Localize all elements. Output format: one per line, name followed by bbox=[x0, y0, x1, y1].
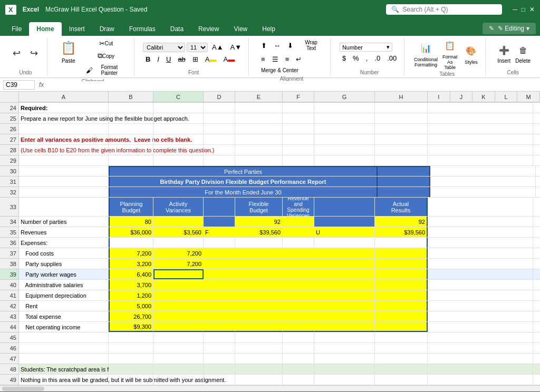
cell-d43[interactable] bbox=[204, 311, 235, 321]
close-icon[interactable]: ✕ bbox=[529, 6, 535, 13]
cell-d44[interactable] bbox=[204, 322, 235, 332]
cell-c41[interactable] bbox=[153, 290, 204, 300]
cell-c44[interactable] bbox=[153, 322, 204, 332]
cell-d38[interactable] bbox=[204, 259, 235, 269]
cell-a36[interactable]: Expenses: bbox=[19, 238, 109, 248]
cell-f34[interactable] bbox=[283, 217, 314, 227]
delete-button[interactable]: 🗑 bbox=[515, 43, 531, 58]
cell-h29[interactable] bbox=[375, 155, 428, 165]
cell-e35[interactable]: $39,560 bbox=[235, 227, 283, 237]
cell-h33[interactable]: Actual Results bbox=[375, 198, 428, 216]
cell-h26[interactable] bbox=[375, 124, 428, 134]
tab-formulas[interactable]: Formulas bbox=[122, 22, 163, 36]
cell-i31[interactable] bbox=[430, 177, 536, 187]
cell-i32[interactable] bbox=[430, 187, 536, 197]
cell-e33[interactable]: Flexible Budget bbox=[235, 198, 283, 216]
cell-i37[interactable] bbox=[428, 248, 533, 258]
cell-a30[interactable] bbox=[19, 166, 109, 176]
row-num-29[interactable]: 29 bbox=[0, 155, 18, 166]
cell-a31[interactable] bbox=[19, 177, 109, 187]
cell-d39[interactable] bbox=[204, 269, 235, 279]
cell-c29[interactable] bbox=[153, 155, 204, 165]
row-num-25[interactable]: 25 bbox=[0, 113, 18, 124]
strikethrough-button[interactable]: ab bbox=[175, 54, 188, 65]
horizontal-scrollbar[interactable] bbox=[0, 385, 540, 391]
cell-i49[interactable] bbox=[428, 375, 533, 385]
formula-input[interactable] bbox=[48, 81, 537, 89]
cell-g36[interactable] bbox=[314, 238, 375, 248]
row-num-45[interactable]: 45 bbox=[0, 332, 18, 343]
cell-b25[interactable] bbox=[109, 113, 153, 123]
cell-d49[interactable] bbox=[204, 375, 235, 385]
cell-c28[interactable] bbox=[153, 145, 204, 155]
align-center-button[interactable]: ☰ bbox=[269, 54, 281, 65]
row-num-34[interactable]: 34 bbox=[0, 217, 18, 227]
row-num-43[interactable]: 43 bbox=[0, 311, 18, 322]
cell-h35[interactable]: $39,560 bbox=[375, 227, 428, 237]
cell-g44[interactable] bbox=[314, 322, 375, 332]
cell-b37[interactable]: 7,200 bbox=[109, 248, 153, 258]
cell-e34[interactable]: 92 bbox=[235, 217, 283, 227]
cell-e42[interactable] bbox=[235, 301, 283, 311]
cell-d28[interactable] bbox=[204, 145, 235, 155]
align-left-button[interactable]: ≡ bbox=[258, 54, 268, 65]
tab-file[interactable]: File bbox=[4, 22, 29, 36]
cell-i44[interactable] bbox=[428, 322, 533, 332]
cell-a48[interactable]: Students: The scratchpad area is for you… bbox=[19, 364, 109, 374]
cell-g27[interactable] bbox=[314, 134, 375, 144]
cell-a35[interactable]: Revenues bbox=[19, 227, 109, 237]
cell-e45[interactable] bbox=[235, 332, 283, 342]
cell-h39[interactable] bbox=[375, 269, 428, 279]
cell-g25[interactable] bbox=[314, 113, 375, 123]
cell-b33[interactable]: Planning Budget bbox=[109, 198, 153, 216]
cell-e40[interactable] bbox=[235, 280, 283, 290]
tab-help[interactable]: Help bbox=[255, 22, 283, 36]
cell-i43[interactable] bbox=[428, 311, 533, 321]
cell-a38[interactable]: Party supplies bbox=[19, 259, 109, 269]
cell-b44[interactable]: $9,300 bbox=[109, 322, 153, 332]
indent-button[interactable]: ↵ bbox=[293, 54, 304, 65]
row-num-49[interactable]: 49 bbox=[0, 375, 18, 385]
cell-b24[interactable] bbox=[109, 103, 153, 113]
row-num-42[interactable]: 42 bbox=[0, 301, 18, 311]
cell-c46[interactable] bbox=[153, 343, 204, 353]
cell-c27[interactable] bbox=[153, 134, 204, 144]
cell-reference-box[interactable] bbox=[3, 80, 35, 90]
cell-h40[interactable] bbox=[375, 280, 428, 290]
cell-b42[interactable]: 5,000 bbox=[109, 301, 153, 311]
cell-d46[interactable] bbox=[204, 343, 235, 353]
cell-b27[interactable] bbox=[109, 134, 153, 144]
cell-g37[interactable] bbox=[314, 248, 375, 258]
cell-g49[interactable] bbox=[314, 375, 375, 385]
cell-h44[interactable] bbox=[375, 322, 428, 332]
cell-f42[interactable] bbox=[283, 301, 314, 311]
cell-h46[interactable] bbox=[375, 343, 428, 353]
cell-h36[interactable] bbox=[375, 238, 428, 248]
cell-a43[interactable]: Total expense bbox=[19, 311, 109, 321]
cell-g39[interactable] bbox=[314, 269, 375, 279]
cell-f48[interactable] bbox=[283, 364, 314, 374]
cell-h25[interactable] bbox=[375, 113, 428, 123]
cell-b45[interactable] bbox=[109, 332, 153, 342]
cell-c24[interactable] bbox=[153, 103, 204, 113]
undo-button[interactable]: ↩ bbox=[9, 45, 24, 62]
cell-a26[interactable] bbox=[19, 124, 109, 134]
cell-f40[interactable] bbox=[283, 280, 314, 290]
align-bottom-button[interactable]: ⬇ bbox=[285, 40, 296, 51]
cell-g42[interactable] bbox=[314, 301, 375, 311]
cell-d36[interactable] bbox=[204, 238, 235, 248]
cell-f39[interactable] bbox=[283, 269, 314, 279]
cell-f45[interactable] bbox=[283, 332, 314, 342]
cell-g29[interactable] bbox=[314, 155, 375, 165]
cell-c37[interactable]: 7,200 bbox=[153, 248, 204, 258]
cell-a27[interactable]: Enter all variances as positive amounts.… bbox=[19, 134, 109, 144]
cell-g45[interactable] bbox=[314, 332, 375, 342]
row-num-27[interactable]: 27 bbox=[0, 134, 18, 145]
col-header-j[interactable]: J bbox=[450, 92, 473, 102]
cell-g33[interactable] bbox=[314, 198, 375, 216]
cell-f36[interactable] bbox=[283, 238, 314, 248]
col-header-c[interactable]: C bbox=[153, 92, 204, 102]
row-num-24[interactable]: 24 bbox=[0, 103, 18, 113]
cell-h49[interactable] bbox=[375, 375, 428, 385]
cell-c49[interactable] bbox=[153, 375, 204, 385]
